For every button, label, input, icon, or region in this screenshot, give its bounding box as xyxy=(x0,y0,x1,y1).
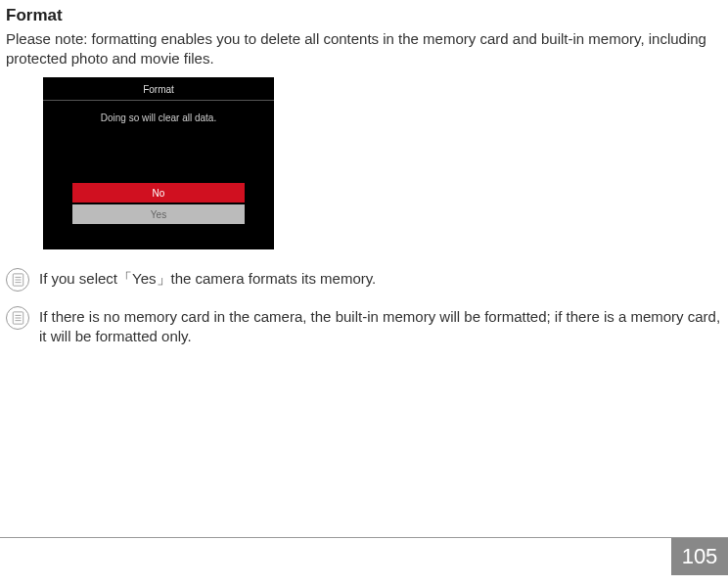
note-item: If there is no memory card in the camera… xyxy=(0,305,728,359)
page-footer: 105 xyxy=(0,537,728,574)
intro-text: Please note: formatting enables you to d… xyxy=(0,29,728,77)
dialog-message: Doing so will clear all data. xyxy=(101,101,216,123)
note-item: If you select「Yes」the camera formats its… xyxy=(0,267,728,305)
dialog-title: Format xyxy=(43,77,274,101)
camera-format-dialog: Format Doing so will clear all data. No … xyxy=(43,77,274,249)
note-icon xyxy=(6,306,29,330)
yes-button[interactable]: Yes xyxy=(72,204,245,224)
page-title: Format xyxy=(0,0,728,29)
dialog-buttons: No Yes xyxy=(43,183,274,249)
no-button[interactable]: No xyxy=(72,183,245,203)
note-text: If there is no memory card in the camera… xyxy=(39,305,722,345)
note-icon xyxy=(6,268,29,292)
page-number: 105 xyxy=(671,538,728,575)
note-text: If you select「Yes」the camera formats its… xyxy=(39,267,376,289)
